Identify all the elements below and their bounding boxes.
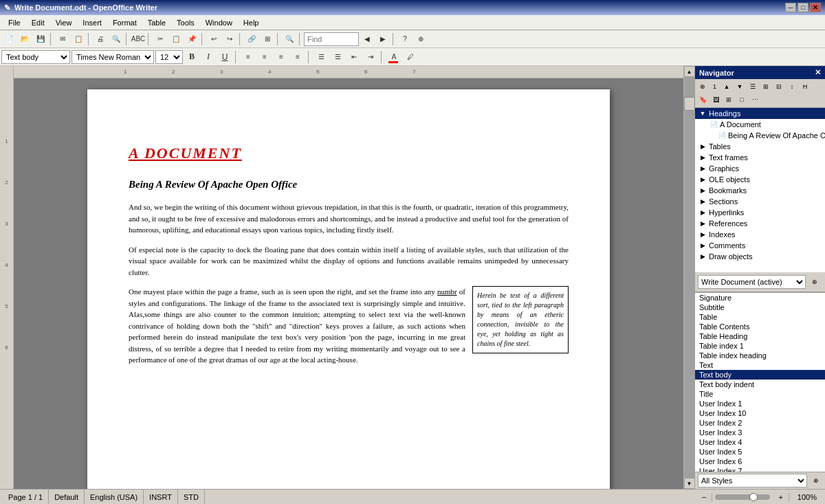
style-select[interactable]: Text body Heading 1 Default (1, 50, 70, 64)
align-left-button[interactable]: ≡ (241, 50, 256, 65)
table-button[interactable]: ⊞ (260, 32, 275, 47)
find-next-button[interactable]: ▶ (375, 32, 390, 47)
paragraph-1[interactable]: And so, we begin the writing of this doc… (129, 201, 569, 236)
find-input[interactable] (304, 32, 359, 46)
nav-item-indexes[interactable]: ▶ Indexes (695, 229, 825, 240)
style-item-tablecontents[interactable]: Table Contents (695, 322, 825, 331)
indent-button[interactable]: ⇥ (363, 50, 378, 65)
style-item-userindex2[interactable]: User Index 2 (695, 418, 825, 428)
style-item-userindex1[interactable]: User Index 1 (695, 399, 825, 408)
style-item-userindex6[interactable]: User Index 6 (695, 457, 825, 466)
pdf-button[interactable]: 📋 (71, 32, 86, 47)
style-item-signature[interactable]: Signature (695, 293, 825, 303)
style-item-userindex4[interactable]: User Index 4 (695, 437, 825, 447)
nav-item-tables[interactable]: ▶ Tables (695, 141, 825, 152)
maximize-button[interactable]: □ (798, 3, 808, 12)
nav-item-draw[interactable]: ▶ Draw objects (695, 251, 825, 262)
bold-button[interactable]: B (184, 50, 199, 65)
email-button[interactable]: ✉ (55, 32, 70, 47)
style-item-table[interactable]: Table (695, 312, 825, 322)
nav-sync-btn[interactable]: ↕ (786, 80, 798, 93)
menu-help[interactable]: Help (238, 17, 265, 28)
style-item-tableindexheading[interactable]: Table index heading (695, 351, 825, 360)
menu-insert[interactable]: Insert (77, 17, 107, 28)
menu-window[interactable]: Window (200, 17, 238, 28)
align-center-button[interactable]: ≡ (257, 50, 272, 65)
find-button[interactable]: 🔍 (282, 32, 297, 47)
save-button[interactable]: 💾 (33, 32, 48, 47)
menu-view[interactable]: View (50, 17, 78, 28)
nav-item-textframes[interactable]: ▶ Text frames (695, 152, 825, 163)
font-size-select[interactable]: 12 10 14 (155, 50, 183, 64)
nav-up-btn[interactable]: ▲ (720, 80, 733, 93)
nav-bookmark-btn[interactable]: 🔖 (696, 94, 709, 106)
nav-extra-btn[interactable]: ⋯ (749, 94, 761, 106)
scroll-down-button[interactable]: ▼ (684, 478, 695, 489)
menu-file[interactable]: File (3, 17, 26, 28)
preview-button[interactable]: 🔍 (109, 32, 124, 47)
open-button[interactable]: 📂 (17, 32, 32, 47)
style-item-userindex5[interactable]: User Index 5 (695, 447, 825, 457)
style-item-tableindex1[interactable]: Table index 1 (695, 341, 825, 351)
style-item-subtitle[interactable]: Subtitle (695, 303, 825, 312)
italic-button[interactable]: I (201, 50, 216, 65)
align-justify-button[interactable]: ≡ (290, 50, 305, 65)
status-zoom-in[interactable]: + (773, 493, 789, 501)
scroll-track[interactable] (684, 77, 695, 478)
nav-item-review[interactable]: 📄 Being A Review Of Apache Ope (695, 130, 825, 141)
nav-item-ole[interactable]: ▶ OLE objects (695, 174, 825, 185)
style-item-userindex3[interactable]: User Index 3 (695, 428, 825, 437)
status-zoom-level[interactable]: 100% (792, 493, 822, 501)
cut-button[interactable]: ✂ (153, 32, 168, 47)
close-button[interactable]: ✕ (810, 3, 821, 12)
style-item-title[interactable]: Title (695, 389, 825, 399)
styles-filter-select[interactable]: All Styles Applied Styles Custom Styles (698, 474, 807, 487)
styles-new-btn[interactable]: ⊕ (810, 474, 822, 487)
style-item-text[interactable]: Text (695, 360, 825, 370)
font-color-button[interactable]: A (386, 50, 402, 65)
style-item-userindex7[interactable]: User Index 7 (695, 466, 825, 472)
nav-tables-btn[interactable]: ⊞ (723, 94, 735, 106)
highlight-button[interactable]: 🖊 (403, 50, 418, 65)
nav-collapse-btn[interactable]: ⊟ (773, 80, 785, 93)
hyperlink-button[interactable]: 🔗 (244, 32, 259, 47)
nav-settings-btn[interactable]: ☰ (747, 80, 759, 93)
redo-button[interactable]: ↪ (222, 32, 237, 47)
minimize-button[interactable]: ─ (785, 3, 796, 12)
paste-button[interactable]: 📌 (184, 32, 199, 47)
nav-item-hyperlinks[interactable]: ▶ Hyperlinks (695, 207, 825, 218)
nav-frames-btn[interactable]: □ (736, 94, 748, 106)
bullets-button[interactable]: ☰ (314, 50, 329, 65)
style-item-userindex10[interactable]: User Index 10 (695, 408, 825, 418)
zoom-slider[interactable] (715, 494, 770, 500)
nav-doc-btn[interactable]: ⊕ (808, 276, 821, 288)
navigator-button[interactable]: ⊕ (413, 32, 428, 47)
paragraph-3[interactable]: Herein be text of a different sort, tied… (129, 286, 569, 366)
style-item-textbody[interactable]: Text body (695, 370, 825, 380)
copy-button[interactable]: 📋 (168, 32, 184, 47)
style-item-textbodyindent[interactable]: Text body indent (695, 380, 825, 389)
nav-item-doc[interactable]: 📄 A Document (695, 119, 825, 130)
nav-item-graphics[interactable]: ▶ Graphics (695, 163, 825, 174)
font-select[interactable]: Times New Roman Arial (72, 50, 154, 64)
vertical-scrollbar[interactable]: ▲ ▼ (683, 66, 694, 489)
print-button[interactable]: 🖨 (93, 32, 108, 47)
nav-headings-btn[interactable]: H (799, 80, 811, 93)
nav-item-headings[interactable]: ▼ Headings (695, 108, 825, 119)
undo-button[interactable]: ↩ (206, 32, 221, 47)
nav-graphics-btn[interactable]: 🖼 (710, 94, 722, 106)
help-button[interactable]: ? (397, 32, 412, 47)
scroll-thumb[interactable] (684, 97, 695, 111)
menu-table[interactable]: Table (142, 17, 171, 28)
numbering-button[interactable]: ☰ (330, 50, 345, 65)
outdent-button[interactable]: ⇤ (346, 50, 362, 65)
nav-item-bookmarks[interactable]: ▶ Bookmarks (695, 185, 825, 196)
find-prev-button[interactable]: ◀ (360, 32, 375, 47)
spellcheck-button[interactable]: ABC (131, 32, 146, 47)
paragraph-2[interactable]: Of especial note is the capacity to dock… (129, 244, 569, 278)
status-zoom-out[interactable]: − (696, 493, 712, 501)
align-right-button[interactable]: ≡ (274, 50, 289, 65)
styles-list[interactable]: Signature Subtitle Table Table Contents … (695, 293, 825, 472)
new-button[interactable]: 📄 (1, 32, 16, 47)
underline-button[interactable]: U (217, 50, 232, 65)
